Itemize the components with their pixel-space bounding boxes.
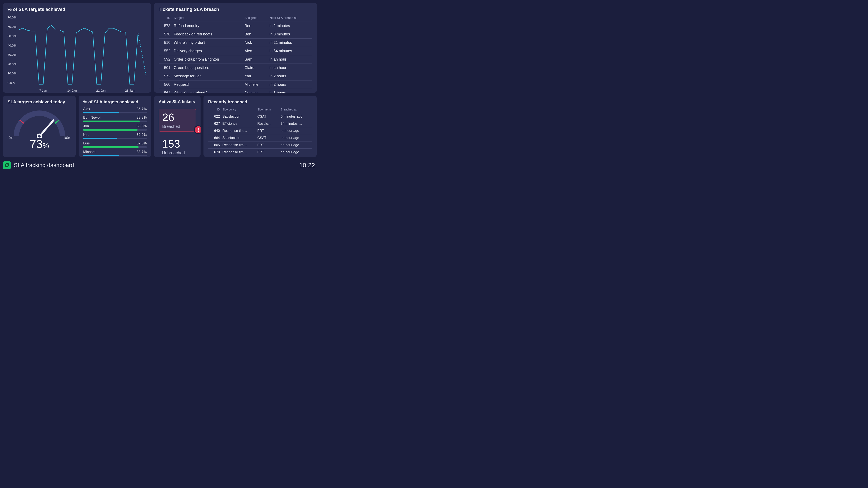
y-tick-label: 20.0%: [7, 62, 17, 66]
breached-metric: 26 Breached: [159, 109, 196, 132]
cell-at: an hour ago: [279, 127, 312, 134]
cell-id: 573: [159, 22, 172, 30]
footer: SLA tracking dashboard 10:22: [3, 161, 315, 169]
tickets-nearing-card: Tickets nearing SLA breach ID Subject As…: [154, 3, 317, 93]
table-row[interactable]: 664SatisfactionCSATan hour ago: [208, 134, 312, 142]
cell-id: 670: [208, 149, 221, 156]
x-tick-label: 21 Jan: [96, 89, 105, 92]
cell-policy: Efficiency: [221, 120, 256, 127]
agent-name: Alex: [83, 107, 90, 111]
table-row[interactable]: 627EfficiencyResolu…34 minutes …: [208, 120, 312, 127]
cell-metric: Resolu…: [256, 120, 279, 127]
cell-assignee: Sam: [243, 55, 268, 64]
cell-subject: Request!: [172, 81, 243, 89]
agent-row: Jon85.5%: [83, 124, 147, 131]
cell-assignee: Duncan: [243, 89, 268, 93]
col-id: ID: [159, 15, 172, 22]
agent-pct: 55.7%: [136, 150, 147, 154]
card-title: Active SLA tickets: [159, 99, 196, 104]
y-tick-label: 40.0%: [7, 43, 17, 47]
col-at: Breached at: [279, 107, 312, 113]
cell-metric: CSAT: [256, 113, 279, 120]
table-row[interactable]: 572Message for JonYanin 2 hours: [159, 72, 312, 81]
agent-name: Kat: [83, 133, 89, 137]
gauge-max-label: 100%: [63, 136, 71, 140]
cell-policy: Satisfaction: [221, 134, 256, 142]
x-tick-label: 28 Jan: [125, 89, 134, 92]
cell-at: an hour ago: [279, 142, 312, 149]
cell-policy: Response tim…: [221, 142, 256, 149]
cell-breach: in 2 hours: [268, 72, 312, 81]
unbreached-metric: 153 Unbreached: [159, 135, 196, 157]
cell-breach: in 21 minutes: [268, 38, 312, 47]
agent-pct: 52.9%: [136, 133, 147, 137]
x-tick-label: 7 Jan: [39, 89, 47, 92]
clock: 10:22: [299, 162, 315, 169]
agent-bar: [83, 112, 147, 113]
svg-line-2: [39, 120, 54, 136]
active-sla-card: Active SLA tickets 26 Breached 153 Unbre…: [154, 96, 200, 157]
table-row[interactable]: 592Order pickup from BrightonSamin an ho…: [159, 55, 312, 64]
table-row[interactable]: 640Response tim…FRTan hour ago: [208, 127, 312, 134]
agent-pct: 87.0%: [136, 141, 147, 146]
table-row[interactable]: 501Green boot question.Clairein an hour: [159, 64, 312, 72]
table-row[interactable]: 564Where's my refund?Duncanin 5 hours: [159, 89, 312, 93]
card-title: % of SLA targets achieved: [83, 99, 147, 104]
cell-subject: Green boot question.: [172, 64, 243, 72]
unbreached-label: Unbreached: [162, 151, 193, 155]
sla-trend-card: % of SLA targets achieved 0.0%10.0%20.0%…: [3, 3, 151, 93]
cell-assignee: Alex: [243, 47, 268, 55]
recently-breached-table: ID SLA policy SLA metric Breached at 622…: [208, 107, 312, 156]
sla-today-gauge-card: SLA targets achieved today 0% 100% 73%: [3, 96, 76, 157]
table-row[interactable]: 573Refund enquiryBenin 2 minutes: [159, 22, 312, 30]
cell-assignee: Claire: [243, 64, 268, 72]
cell-id: 640: [208, 127, 221, 134]
agent-bar: [83, 155, 147, 156]
cell-subject: Order pickup from Brighton: [172, 55, 243, 64]
y-tick-label: 10.0%: [7, 71, 17, 75]
cell-id: 510: [159, 38, 172, 47]
cell-breach: in an hour: [268, 64, 312, 72]
card-title: Tickets nearing SLA breach: [159, 7, 312, 12]
cell-at: 34 minutes …: [279, 120, 312, 127]
cell-breach: in 3 minutes: [268, 30, 312, 38]
cell-breach: in an hour: [268, 55, 312, 64]
table-row[interactable]: 570Feedback on red bootsBenin 3 minutes: [159, 30, 312, 38]
y-tick-label: 0.0%: [7, 81, 15, 85]
cell-policy: Response tim…: [221, 127, 256, 134]
col-metric: SLA metric: [256, 107, 279, 113]
table-row[interactable]: 622SatisfactionCSAT6 minutes ago: [208, 113, 312, 120]
cell-at: an hour ago: [279, 134, 312, 142]
cell-policy: Response tim…: [221, 149, 256, 156]
cell-breach: in 2 minutes: [268, 22, 312, 30]
table-row[interactable]: 665Response tim…FRTan hour ago: [208, 142, 312, 149]
agent-pct: 88.8%: [136, 116, 147, 120]
cell-id: 665: [208, 142, 221, 149]
cell-metric: CSAT: [256, 134, 279, 142]
agent-name: Jon: [83, 124, 89, 128]
cell-id: 592: [159, 55, 172, 64]
table-row[interactable]: 670Response tim…FRTan hour ago: [208, 149, 312, 156]
agent-pct: 56.7%: [136, 107, 147, 111]
card-title: SLA targets achieved today: [7, 99, 71, 104]
x-tick-label: 14 Jan: [67, 89, 77, 92]
cell-metric: FRT: [256, 127, 279, 134]
gauge-chart: [10, 107, 69, 139]
cell-at: an hour ago: [279, 149, 312, 156]
agent-bar: [83, 138, 147, 139]
table-row[interactable]: 552Delivery chargesAlexin 54 minutes: [159, 47, 312, 55]
agent-sla-card: % of SLA targets achieved Alex56.7%Ben N…: [79, 96, 151, 157]
cell-policy: Satisfaction: [221, 113, 256, 120]
breached-label: Breached: [162, 124, 192, 129]
table-row[interactable]: 560Request!Michellein 2 hours: [159, 81, 312, 89]
col-breach: Next SLA breach at: [268, 15, 312, 22]
cell-breach: in 2 hours: [268, 81, 312, 89]
cell-subject: Where's my refund?: [172, 89, 243, 93]
cell-id: 572: [159, 72, 172, 81]
cell-id: 501: [159, 64, 172, 72]
col-policy: SLA policy: [221, 107, 256, 113]
agent-bar: [83, 146, 147, 148]
agent-bar: [83, 121, 147, 122]
table-row[interactable]: 510Where's my order?Nickin 21 minutes: [159, 38, 312, 47]
cell-id: 564: [159, 89, 172, 93]
